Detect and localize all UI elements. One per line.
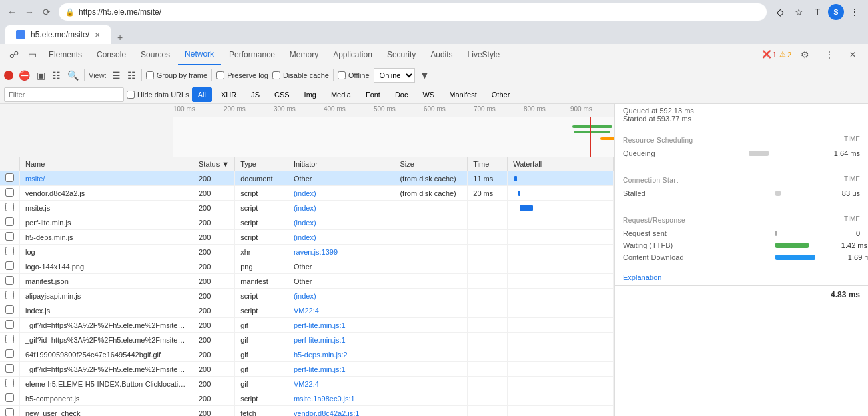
initiator-link[interactable]: (index) <box>294 189 316 197</box>
row-checkbox[interactable] <box>5 379 14 387</box>
row-checkbox[interactable] <box>5 276 14 285</box>
bookmark-button[interactable]: ☆ <box>791 4 807 20</box>
throttle-down-icon[interactable]: ▼ <box>419 69 431 82</box>
initiator-link[interactable]: msite.1a98ec0.js:1 <box>294 395 355 403</box>
row-checkbox[interactable] <box>5 232 14 241</box>
initiator-link[interactable]: perf-lite.min.js:1 <box>294 365 346 373</box>
initiator-link[interactable]: h5-deps.min.js:2 <box>294 351 348 359</box>
th-waterfall[interactable]: Waterfall <box>508 157 614 171</box>
filter-icon-button[interactable]: ☷ <box>51 69 62 82</box>
row-checkbox[interactable] <box>5 261 14 270</box>
tab-audits[interactable]: Audits <box>424 44 459 65</box>
th-name[interactable]: Name <box>20 157 193 171</box>
row-checkbox[interactable] <box>5 335 14 343</box>
initiator-link[interactable]: perf-lite.min.js:1 <box>294 336 346 344</box>
tab-livestyle[interactable]: LiveStyle <box>461 44 507 65</box>
new-tab-button[interactable]: + <box>113 31 127 44</box>
table-row[interactable]: log200xhrraven.js:1399 <box>0 245 614 259</box>
row-checkbox[interactable] <box>5 393 14 402</box>
table-row[interactable]: _gif?id=https%3A%2F%2Fh5.ele.me%2Fmsite%… <box>0 333 614 347</box>
filter-other-button[interactable]: Other <box>486 87 516 102</box>
table-row[interactable]: new_user_check200fetchvendor.d8c42a2.js:… <box>0 406 614 417</box>
table-row[interactable]: h5-deps.min.js200script(index) <box>0 230 614 245</box>
clear-button[interactable]: ⛔ <box>17 69 31 82</box>
row-checkbox[interactable] <box>5 305 14 314</box>
hide-data-urls-checkbox[interactable] <box>127 91 135 99</box>
initiator-link[interactable]: perf-lite.min.js:1 <box>294 321 346 329</box>
reload-button[interactable]: ⟳ <box>40 5 53 19</box>
initiator-link[interactable]: (index) <box>294 219 316 227</box>
profile-button[interactable]: S <box>828 4 844 20</box>
active-tab[interactable]: h5.ele.me/msite/ ✕ <box>5 25 111 44</box>
filter-xhr-button[interactable]: XHR <box>215 87 242 102</box>
tab-elements[interactable]: Elements <box>42 44 89 65</box>
table-row[interactable]: logo-144x144.png200pngOther <box>0 259 614 274</box>
filter-media-button[interactable]: Media <box>325 87 357 102</box>
filter-font-button[interactable]: Font <box>360 87 386 102</box>
filter-ws-button[interactable]: WS <box>416 87 440 102</box>
disable-cache-checkbox[interactable] <box>272 71 280 79</box>
row-checkbox[interactable] <box>5 188 14 197</box>
filter-input[interactable] <box>4 87 124 102</box>
initiator-link[interactable]: VM22:4 <box>294 380 319 388</box>
tab-sources[interactable]: Sources <box>134 44 177 65</box>
inspector-icon-button[interactable]: ☍ <box>5 44 23 65</box>
th-time[interactable]: Time <box>468 157 508 171</box>
translate-button[interactable]: T <box>809 4 825 20</box>
initiator-link[interactable]: raven.js:1399 <box>294 248 338 256</box>
disable-cache-label[interactable]: Disable cache <box>272 71 329 79</box>
preserve-log-label[interactable]: Preserve log <box>216 71 268 79</box>
group-by-frame-checkbox[interactable] <box>146 71 154 79</box>
hide-data-urls-label[interactable]: Hide data URLs <box>127 91 189 99</box>
address-bar[interactable]: 🔒 https://h5.ele.me/msite/ <box>59 3 767 21</box>
filter-doc-button[interactable]: Doc <box>389 87 414 102</box>
tab-console[interactable]: Console <box>90 44 133 65</box>
device-icon-button[interactable]: ▭ <box>24 44 41 65</box>
row-checkbox[interactable] <box>5 247 14 255</box>
extensions-button[interactable]: ◇ <box>772 4 788 20</box>
tab-memory[interactable]: Memory <box>283 44 325 65</box>
tab-security[interactable]: Security <box>380 44 422 65</box>
initiator-link[interactable]: (index) <box>294 204 316 212</box>
table-row[interactable]: 64f1990059800f254c47e16495442bgif.gif200… <box>0 347 614 362</box>
tab-performance[interactable]: Performance <box>222 44 282 65</box>
forward-button[interactable]: → <box>23 5 36 19</box>
list-view-button[interactable]: ☰ <box>111 69 122 82</box>
table-row[interactable]: vendor.d8c42a2.js200script(index)(from d… <box>0 186 614 201</box>
table-row[interactable]: manifest.json200manifestOther <box>0 274 614 289</box>
tab-network[interactable]: Network <box>178 44 221 65</box>
table-row[interactable]: index.js200scriptVM22:4 <box>0 303 614 318</box>
row-checkbox[interactable] <box>5 408 14 416</box>
settings-button[interactable]: ⚙ <box>794 44 816 65</box>
menu-button[interactable]: ⋮ <box>847 4 863 20</box>
offline-checkbox[interactable] <box>338 71 346 79</box>
row-checkbox[interactable] <box>5 364 14 373</box>
table-row[interactable]: alipayjsapi.min.js200script(index) <box>0 289 614 303</box>
table-row[interactable]: _gif?id=https%3A%2F%2Fh5.ele.me%2Fmsite%… <box>0 362 614 377</box>
record-button[interactable] <box>4 71 13 80</box>
grouped-view-button[interactable]: ☷ <box>126 69 137 82</box>
preserve-log-checkbox[interactable] <box>216 71 224 79</box>
table-row[interactable]: msite/200documentOther(from disk cache)1… <box>0 171 614 186</box>
offline-label[interactable]: Offline <box>338 71 370 79</box>
row-checkbox[interactable] <box>5 217 14 226</box>
initiator-link[interactable]: vendor.d8c42a2.js:1 <box>294 409 359 417</box>
back-button[interactable]: ← <box>5 5 19 19</box>
table-row[interactable]: eleme-h5.ELEME-H5-INDEX.Button-Clickloca… <box>0 377 614 391</box>
filter-img-button[interactable]: Img <box>298 87 322 102</box>
table-row[interactable]: perf-lite.min.js200script(index) <box>0 215 614 230</box>
table-row[interactable]: msite.js200script(index) <box>0 201 614 215</box>
row-checkbox[interactable] <box>5 320 14 329</box>
row-checkbox[interactable] <box>5 291 14 299</box>
filter-manifest-button[interactable]: Manifest <box>443 87 483 102</box>
throttle-select[interactable]: Online <box>374 68 415 83</box>
filter-js-button[interactable]: JS <box>245 87 266 102</box>
row-checkbox[interactable] <box>5 173 14 182</box>
initiator-link[interactable]: (index) <box>294 233 316 241</box>
filter-css-button[interactable]: CSS <box>268 87 296 102</box>
screenshot-button[interactable]: ▣ <box>35 69 47 82</box>
row-checkbox[interactable] <box>5 349 14 358</box>
initiator-link[interactable]: VM22:4 <box>294 307 319 315</box>
th-type[interactable]: Type <box>235 157 288 171</box>
close-devtools-button[interactable]: ✕ <box>843 44 863 65</box>
